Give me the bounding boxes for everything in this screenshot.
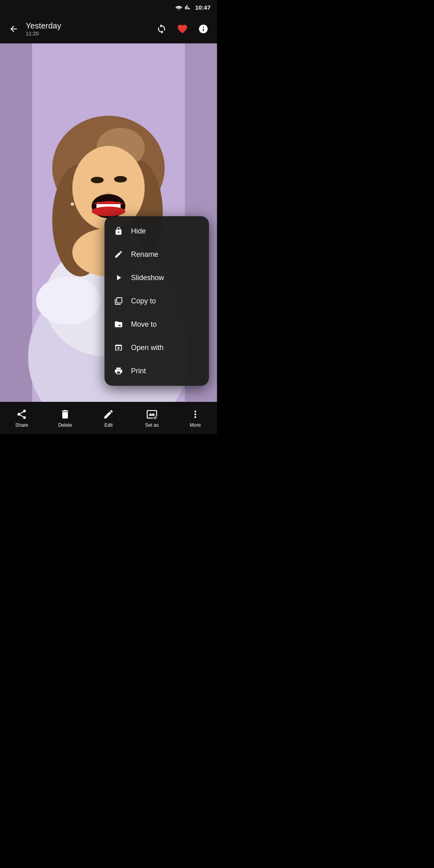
copy-icon bbox=[113, 296, 124, 306]
delete-button[interactable]: Delete bbox=[49, 408, 81, 428]
set-as-button[interactable]: Set as bbox=[136, 408, 168, 428]
title-block: Yesterday 11:20 bbox=[23, 21, 153, 37]
back-button[interactable] bbox=[5, 20, 23, 38]
share-label: Share bbox=[15, 422, 28, 428]
share-icon bbox=[15, 408, 28, 421]
menu-rename-label: Rename bbox=[131, 250, 158, 259]
delete-icon bbox=[59, 408, 72, 421]
status-icons: 10:47 bbox=[175, 4, 211, 11]
menu-open-with-label: Open with bbox=[131, 344, 164, 352]
set-as-icon bbox=[145, 408, 158, 421]
move-icon bbox=[113, 319, 124, 330]
status-time: 10:47 bbox=[195, 4, 211, 11]
share-button[interactable]: Share bbox=[6, 408, 38, 428]
rename-icon bbox=[113, 249, 124, 260]
svg-point-15 bbox=[91, 177, 104, 183]
context-menu: Hide Rename Slideshow Copy to bbox=[104, 216, 209, 386]
status-bar: 10:47 bbox=[0, 0, 217, 14]
menu-move-to-label: Move to bbox=[131, 320, 157, 329]
play-icon bbox=[113, 272, 124, 283]
menu-copy-to-label: Copy to bbox=[131, 297, 156, 305]
favorite-button[interactable] bbox=[174, 20, 191, 38]
menu-item-open-with[interactable]: Open with bbox=[104, 336, 209, 359]
motion-button[interactable] bbox=[153, 20, 170, 38]
menu-print-label: Print bbox=[131, 367, 146, 375]
more-icon bbox=[189, 408, 202, 421]
svg-point-21 bbox=[71, 203, 74, 206]
edit-button[interactable]: Edit bbox=[92, 408, 125, 428]
menu-item-hide[interactable]: Hide bbox=[104, 219, 209, 243]
set-as-label: Set as bbox=[145, 422, 159, 428]
open-with-icon bbox=[113, 342, 124, 353]
bottom-bar: Share Delete Edit Set as bbox=[0, 402, 217, 434]
svg-point-16 bbox=[114, 176, 127, 182]
app-bar-actions bbox=[153, 20, 212, 38]
print-icon bbox=[113, 366, 124, 376]
svg-rect-2 bbox=[0, 43, 32, 402]
lock-icon bbox=[113, 226, 124, 236]
menu-slideshow-label: Slideshow bbox=[131, 274, 164, 282]
menu-item-copy-to[interactable]: Copy to bbox=[104, 289, 209, 313]
info-button[interactable] bbox=[194, 20, 212, 38]
menu-hide-label: Hide bbox=[131, 227, 146, 235]
svg-point-20 bbox=[92, 207, 125, 216]
delete-label: Delete bbox=[58, 422, 72, 428]
more-label: More bbox=[190, 422, 201, 428]
page-subtitle: 11:20 bbox=[26, 31, 153, 37]
page-title: Yesterday bbox=[26, 21, 153, 31]
menu-item-move-to[interactable]: Move to bbox=[104, 313, 209, 336]
edit-icon bbox=[102, 408, 115, 421]
edit-label: Edit bbox=[104, 422, 113, 428]
app-bar: Yesterday 11:20 bbox=[0, 14, 217, 43]
svg-point-6 bbox=[36, 276, 100, 325]
menu-item-print[interactable]: Print bbox=[104, 359, 209, 383]
menu-item-rename[interactable]: Rename bbox=[104, 243, 209, 266]
more-button[interactable]: More bbox=[179, 408, 211, 428]
menu-item-slideshow[interactable]: Slideshow bbox=[104, 266, 209, 289]
svg-point-0 bbox=[178, 9, 179, 10]
